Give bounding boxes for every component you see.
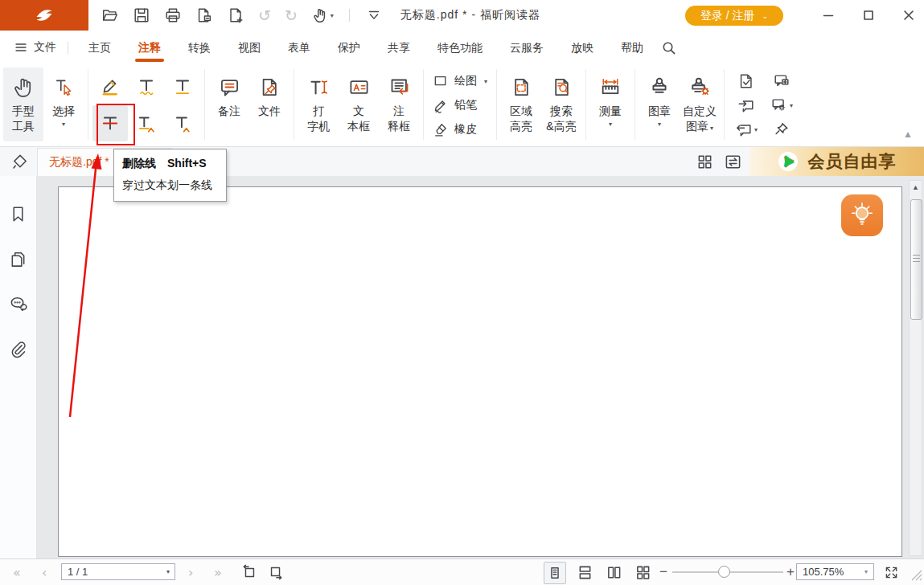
menu-present[interactable]: 放映: [557, 31, 607, 64]
single-page-view-button[interactable]: [544, 562, 566, 584]
vertical-scrollbar[interactable]: ▲: [909, 180, 922, 556]
menu-convert[interactable]: 转换: [175, 31, 224, 64]
strikethrough-tooltip: 删除线 Shift+S 穿过文本划一条线: [113, 149, 227, 202]
typewriter-label: 打: [313, 104, 324, 117]
tab-layout-grid-icon[interactable]: [696, 153, 713, 170]
ribbon-comment-tab: 手型工具 选择 ▾: [0, 64, 924, 147]
tips-lightbulb-button[interactable]: [841, 194, 883, 236]
membership-banner[interactable]: 会员自由享: [749, 147, 924, 176]
textbox-button[interactable]: 文本框: [339, 68, 379, 141]
stamp-button[interactable]: 图章 ▾: [639, 68, 680, 141]
divider: [204, 69, 205, 140]
zoom-slider-handle[interactable]: [718, 566, 730, 578]
customize-toolbar-icon[interactable]: [365, 6, 383, 24]
strikethrough-tool[interactable]: [92, 105, 128, 141]
custom-stamp-button[interactable]: 自定义图章▾: [680, 68, 720, 141]
menu-help[interactable]: 帮助: [607, 31, 657, 64]
area-highlight-button[interactable]: 区域高亮: [501, 68, 541, 141]
window-resize-grip[interactable]: [911, 570, 922, 583]
caret-down-icon: ▾: [754, 126, 758, 133]
menu-cloud[interactable]: 云服务: [496, 31, 557, 64]
menu-features[interactable]: 特色功能: [424, 31, 496, 64]
caret-down-icon[interactable]: ▾: [166, 568, 170, 575]
last-page-icon[interactable]: »: [214, 559, 222, 585]
hand-tool-button[interactable]: 手型工具: [3, 68, 43, 141]
maximize-button[interactable]: [863, 10, 874, 21]
foxit-reader-window: ↺ ↻ ▾ 无标题.pdf * - 福昕阅读器 登录 / 注册 ⌄ 文件 主页: [0, 0, 924, 585]
divider: [585, 69, 586, 140]
pdf-page[interactable]: [58, 186, 902, 557]
hand-pointer-icon[interactable]: ▾: [311, 6, 334, 24]
squiggly-underline-tool[interactable]: [129, 68, 164, 104]
menu-form[interactable]: 表单: [274, 31, 324, 64]
quick-eraser-icon[interactable]: [10, 153, 29, 171]
comments-panel-icon[interactable]: [9, 295, 27, 313]
facing-continuous-view-button[interactable]: [635, 565, 651, 580]
menu-comment[interactable]: 注释: [125, 31, 175, 64]
insert-text-tool[interactable]: [165, 105, 200, 141]
membership-banner-text: 会员自由享: [808, 150, 897, 173]
previous-view-icon[interactable]: [241, 559, 257, 585]
copy-page-icon[interactable]: [195, 6, 213, 24]
scrollbar-thumb[interactable]: [910, 199, 922, 320]
facing-view-button[interactable]: [606, 565, 622, 580]
previous-page-icon[interactable]: ‹: [42, 559, 47, 585]
page-number-input[interactable]: 1 / 1 ▾: [61, 563, 175, 580]
typewriter-button[interactable]: 打字机: [298, 68, 339, 141]
summarize-comments-button[interactable]: [764, 69, 799, 93]
foxit-logo[interactable]: [0, 0, 88, 31]
zoom-out-icon[interactable]: −: [659, 559, 667, 585]
search-icon[interactable]: [660, 39, 677, 56]
print-icon[interactable]: [164, 6, 182, 24]
file-attachment-button[interactable]: 文件: [249, 68, 290, 141]
menu-home[interactable]: 主页: [75, 31, 125, 64]
menu-file[interactable]: 文件: [0, 40, 68, 55]
replace-text-tool[interactable]: [129, 105, 164, 141]
bookmarks-panel-icon[interactable]: [9, 205, 27, 223]
login-register-button[interactable]: 登录 / 注册 ⌄: [685, 6, 783, 26]
approve-page-button[interactable]: [729, 69, 764, 93]
caret-down-icon[interactable]: ▾: [864, 568, 868, 575]
scroll-up-arrow[interactable]: ▲: [910, 183, 922, 191]
document-canvas: ▲: [37, 176, 924, 559]
drawing-button[interactable]: 绘图 ▾: [428, 71, 492, 92]
tooltip-shortcut: Shift+S: [167, 157, 207, 171]
lightbulb-icon: [846, 199, 878, 231]
measure-button[interactable]: 测量 ▾: [590, 68, 630, 141]
close-button[interactable]: [903, 10, 914, 21]
tab-switch-icon[interactable]: [725, 153, 741, 170]
select-tool-button[interactable]: 选择 ▾: [43, 68, 84, 141]
zoom-level-input[interactable]: 105.75% ▾: [796, 563, 874, 580]
redo-icon[interactable]: ↻: [285, 8, 298, 23]
keep-tool-pin-button[interactable]: [764, 117, 799, 141]
area-highlight-icon: [511, 72, 532, 101]
undo-icon[interactable]: ↺: [258, 8, 271, 23]
menu-view[interactable]: 视图: [224, 31, 274, 64]
fullscreen-icon[interactable]: [883, 559, 900, 585]
note-button[interactable]: 备注: [209, 68, 249, 141]
callout-button[interactable]: 注释框: [379, 68, 419, 141]
open-file-icon[interactable]: [101, 6, 119, 24]
highlight-tool[interactable]: [92, 68, 128, 104]
next-page-icon[interactable]: ›: [188, 559, 193, 585]
continuous-view-button[interactable]: [577, 565, 593, 580]
collapse-ribbon-icon[interactable]: ▲: [903, 129, 913, 140]
zoom-in-icon[interactable]: +: [786, 559, 795, 585]
save-icon[interactable]: [133, 6, 150, 24]
eraser-button[interactable]: 橡皮: [428, 119, 492, 140]
export-comments-button[interactable]: ▾: [729, 117, 764, 141]
menu-protect[interactable]: 保护: [324, 31, 374, 64]
comment-settings-button[interactable]: ▾: [764, 93, 799, 117]
next-view-icon[interactable]: [268, 559, 284, 585]
minimize-button[interactable]: [823, 10, 834, 21]
menu-share[interactable]: 共享: [374, 31, 424, 64]
import-comments-button[interactable]: [729, 93, 764, 117]
new-page-icon[interactable]: [227, 6, 244, 24]
pages-panel-icon[interactable]: [9, 250, 27, 268]
search-highlight-button[interactable]: 搜索&高亮: [541, 68, 581, 141]
attachments-panel-icon[interactable]: [9, 340, 27, 358]
hand-tool-label: 手型: [12, 104, 35, 117]
underline-tool[interactable]: [165, 68, 200, 104]
first-page-icon[interactable]: «: [13, 559, 21, 585]
pencil-button[interactable]: 铅笔: [428, 95, 492, 116]
